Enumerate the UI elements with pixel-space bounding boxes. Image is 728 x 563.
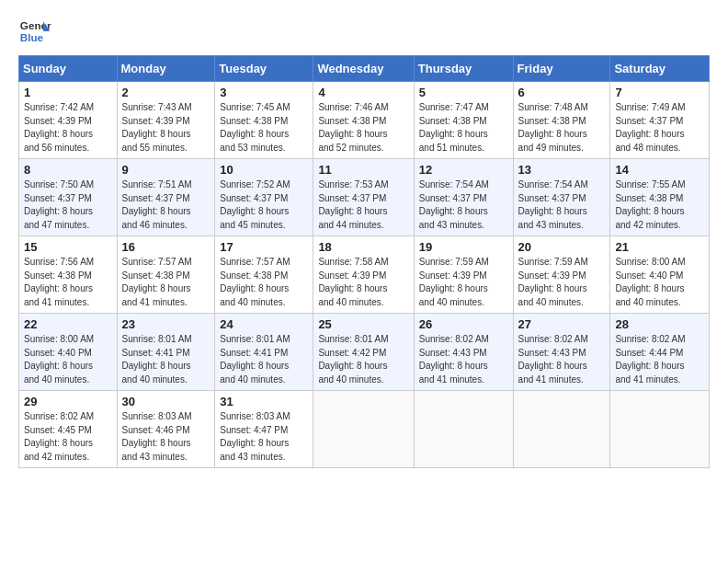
calendar-cell: 14Sunrise: 7:55 AM Sunset: 4:38 PM Dayli…: [610, 159, 710, 236]
day-number: 6: [518, 86, 606, 99]
day-number: 26: [419, 317, 508, 331]
calendar-cell: 17Sunrise: 7:57 AM Sunset: 4:38 PM Dayli…: [215, 236, 313, 314]
day-number: 3: [220, 86, 308, 99]
day-info: Sunrise: 7:57 AM Sunset: 4:38 PM Dayligh…: [122, 256, 210, 309]
day-number: 21: [615, 240, 704, 254]
calendar-cell: 4Sunrise: 7:46 AM Sunset: 4:38 PM Daylig…: [313, 82, 414, 159]
day-number: 11: [318, 163, 408, 177]
column-header-tuesday: Tuesday: [215, 56, 313, 82]
day-info: Sunrise: 8:02 AM Sunset: 4:44 PM Dayligh…: [615, 333, 704, 386]
calendar-cell: 9Sunrise: 7:51 AM Sunset: 4:37 PM Daylig…: [117, 159, 215, 236]
calendar-cell: 13Sunrise: 7:54 AM Sunset: 4:37 PM Dayli…: [513, 159, 610, 236]
day-number: 22: [24, 317, 112, 331]
day-info: Sunrise: 7:55 AM Sunset: 4:38 PM Dayligh…: [615, 178, 704, 232]
day-info: Sunrise: 7:57 AM Sunset: 4:38 PM Dayligh…: [220, 256, 308, 309]
day-number: 27: [518, 317, 606, 331]
day-info: Sunrise: 8:00 AM Sunset: 4:40 PM Dayligh…: [615, 256, 704, 309]
day-number: 24: [220, 317, 308, 331]
calendar-cell: 7Sunrise: 7:49 AM Sunset: 4:37 PM Daylig…: [610, 82, 710, 159]
calendar-cell: 28Sunrise: 8:02 AM Sunset: 4:44 PM Dayli…: [610, 314, 710, 391]
column-header-saturday: Saturday: [610, 56, 710, 82]
day-info: Sunrise: 8:02 AM Sunset: 4:45 PM Dayligh…: [24, 410, 112, 464]
calendar-cell: 22Sunrise: 8:00 AM Sunset: 4:40 PM Dayli…: [19, 314, 118, 391]
day-number: 25: [318, 317, 408, 331]
calendar-cell: 20Sunrise: 7:59 AM Sunset: 4:39 PM Dayli…: [513, 236, 610, 314]
calendar-header-row: SundayMondayTuesdayWednesdayThursdayFrid…: [19, 56, 710, 82]
day-info: Sunrise: 8:02 AM Sunset: 4:43 PM Dayligh…: [419, 333, 508, 386]
day-number: 31: [220, 395, 308, 408]
day-info: Sunrise: 7:48 AM Sunset: 4:38 PM Dayligh…: [518, 101, 606, 155]
day-info: Sunrise: 8:01 AM Sunset: 4:41 PM Dayligh…: [220, 333, 308, 386]
day-info: Sunrise: 7:43 AM Sunset: 4:39 PM Dayligh…: [122, 101, 210, 155]
logo: General Blue: [18, 15, 51, 48]
day-number: 8: [24, 163, 112, 177]
calendar-cell: 12Sunrise: 7:54 AM Sunset: 4:37 PM Dayli…: [414, 159, 513, 236]
day-info: Sunrise: 7:47 AM Sunset: 4:38 PM Dayligh…: [419, 101, 508, 155]
day-number: 14: [615, 163, 704, 177]
header: General Blue: [18, 15, 710, 48]
column-header-monday: Monday: [117, 56, 215, 82]
day-number: 30: [122, 395, 210, 408]
calendar-cell: 16Sunrise: 7:57 AM Sunset: 4:38 PM Dayli…: [117, 236, 215, 314]
calendar-cell: 23Sunrise: 8:01 AM Sunset: 4:41 PM Dayli…: [117, 314, 215, 391]
day-info: Sunrise: 7:45 AM Sunset: 4:38 PM Dayligh…: [220, 101, 308, 155]
calendar-table: SundayMondayTuesdayWednesdayThursdayFrid…: [18, 55, 710, 468]
day-number: 2: [122, 86, 210, 99]
day-info: Sunrise: 7:54 AM Sunset: 4:37 PM Dayligh…: [518, 178, 606, 232]
day-number: 12: [419, 163, 508, 177]
calendar-cell: 21Sunrise: 8:00 AM Sunset: 4:40 PM Dayli…: [610, 236, 710, 314]
column-header-thursday: Thursday: [414, 56, 513, 82]
calendar-cell: 30Sunrise: 8:03 AM Sunset: 4:46 PM Dayli…: [117, 391, 215, 468]
day-info: Sunrise: 7:53 AM Sunset: 4:37 PM Dayligh…: [318, 178, 408, 232]
calendar-cell: 31Sunrise: 8:03 AM Sunset: 4:47 PM Dayli…: [215, 391, 313, 468]
day-number: 10: [220, 163, 308, 177]
column-header-sunday: Sunday: [19, 56, 118, 82]
calendar-cell: 15Sunrise: 7:56 AM Sunset: 4:38 PM Dayli…: [19, 236, 118, 314]
day-info: Sunrise: 8:01 AM Sunset: 4:42 PM Dayligh…: [318, 333, 408, 386]
day-info: Sunrise: 7:59 AM Sunset: 4:39 PM Dayligh…: [518, 256, 606, 309]
day-info: Sunrise: 7:51 AM Sunset: 4:37 PM Dayligh…: [122, 178, 210, 232]
day-number: 1: [24, 86, 112, 99]
day-info: Sunrise: 8:01 AM Sunset: 4:41 PM Dayligh…: [122, 333, 210, 386]
day-number: 13: [518, 163, 606, 177]
day-number: 4: [318, 86, 408, 99]
day-info: Sunrise: 7:50 AM Sunset: 4:37 PM Dayligh…: [24, 178, 112, 232]
day-info: Sunrise: 7:59 AM Sunset: 4:39 PM Dayligh…: [419, 256, 508, 309]
calendar-cell: 3Sunrise: 7:45 AM Sunset: 4:38 PM Daylig…: [215, 82, 313, 159]
calendar-cell: 11Sunrise: 7:53 AM Sunset: 4:37 PM Dayli…: [313, 159, 414, 236]
calendar-cell: 8Sunrise: 7:50 AM Sunset: 4:37 PM Daylig…: [19, 159, 118, 236]
calendar-cell: 6Sunrise: 7:48 AM Sunset: 4:38 PM Daylig…: [513, 82, 610, 159]
day-info: Sunrise: 8:02 AM Sunset: 4:43 PM Dayligh…: [518, 333, 606, 386]
calendar-cell: [313, 391, 414, 468]
calendar-week-4: 22Sunrise: 8:00 AM Sunset: 4:40 PM Dayli…: [19, 314, 710, 391]
column-header-wednesday: Wednesday: [313, 56, 414, 82]
calendar-cell: 29Sunrise: 8:02 AM Sunset: 4:45 PM Dayli…: [19, 391, 118, 468]
day-number: 16: [122, 240, 210, 254]
day-info: Sunrise: 7:49 AM Sunset: 4:37 PM Dayligh…: [615, 101, 704, 155]
day-info: Sunrise: 8:00 AM Sunset: 4:40 PM Dayligh…: [24, 333, 112, 386]
day-number: 17: [220, 240, 308, 254]
calendar-cell: 24Sunrise: 8:01 AM Sunset: 4:41 PM Dayli…: [215, 314, 313, 391]
day-number: 19: [419, 240, 508, 254]
calendar-week-3: 15Sunrise: 7:56 AM Sunset: 4:38 PM Dayli…: [19, 236, 710, 314]
day-number: 18: [318, 240, 408, 254]
day-info: Sunrise: 7:46 AM Sunset: 4:38 PM Dayligh…: [318, 101, 408, 155]
calendar-cell: 1Sunrise: 7:42 AM Sunset: 4:39 PM Daylig…: [19, 82, 118, 159]
day-number: 9: [122, 163, 210, 177]
day-number: 7: [615, 86, 704, 99]
day-number: 28: [615, 317, 704, 331]
day-number: 23: [122, 317, 210, 331]
calendar-cell: 18Sunrise: 7:58 AM Sunset: 4:39 PM Dayli…: [313, 236, 414, 314]
calendar-week-5: 29Sunrise: 8:02 AM Sunset: 4:45 PM Dayli…: [19, 391, 710, 468]
calendar-cell: 5Sunrise: 7:47 AM Sunset: 4:38 PM Daylig…: [414, 82, 513, 159]
svg-text:Blue: Blue: [20, 31, 44, 43]
day-info: Sunrise: 8:03 AM Sunset: 4:47 PM Dayligh…: [220, 410, 308, 464]
day-number: 15: [24, 240, 112, 254]
calendar-cell: [513, 391, 610, 468]
calendar-cell: 19Sunrise: 7:59 AM Sunset: 4:39 PM Dayli…: [414, 236, 513, 314]
day-info: Sunrise: 7:54 AM Sunset: 4:37 PM Dayligh…: [419, 178, 508, 232]
calendar-cell: 2Sunrise: 7:43 AM Sunset: 4:39 PM Daylig…: [117, 82, 215, 159]
calendar-cell: [414, 391, 513, 468]
calendar-week-1: 1Sunrise: 7:42 AM Sunset: 4:39 PM Daylig…: [19, 82, 710, 159]
day-number: 20: [518, 240, 606, 254]
